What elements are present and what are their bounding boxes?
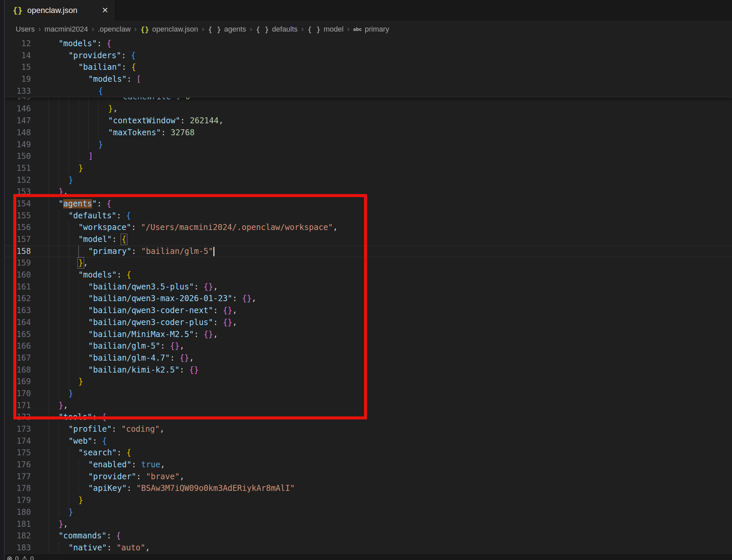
code-line-168[interactable]: 168"bailian/kimi-k2.5": {} <box>5 364 732 376</box>
line-number[interactable]: 179 <box>5 495 31 506</box>
line-number[interactable]: 164 <box>5 317 31 329</box>
code-line-183[interactable]: 183"native": "auto", <box>5 542 732 554</box>
code-line-167[interactable]: 167"bailian/glm-4.7": {}, <box>5 352 732 364</box>
code-line-152[interactable]: 152} <box>5 174 732 186</box>
line-number[interactable]: 158 <box>5 246 31 258</box>
line-number[interactable]: 160 <box>5 269 31 281</box>
code-line-15[interactable]: 15"bailian": { <box>5 61 732 73</box>
code-line-148[interactable]: 148"maxTokens": 32768 <box>5 127 732 139</box>
code-line-164[interactable]: 164"bailian/qwen3-coder-plus": {}, <box>5 317 732 329</box>
code-line-178[interactable]: 178"apiKey": "BSAw3M7iQW09o0km3AdERiykAr… <box>5 483 732 495</box>
code-line-150[interactable]: 150] <box>5 151 732 163</box>
code-line-161[interactable]: 161"bailian/qwen3.5-plus": {}, <box>5 281 732 293</box>
code-line-177[interactable]: 177"provider": "brave", <box>5 471 732 483</box>
code-line-160[interactable]: 160"models": { <box>5 269 732 281</box>
line-number[interactable]: 172 <box>5 411 31 423</box>
code-line-154[interactable]: 154"agents": { <box>5 198 732 210</box>
breadcrumb-item-Users[interactable]: Users <box>16 25 35 34</box>
code-line-162[interactable]: 162"bailian/qwen3-max-2026-01-23": {}, <box>5 293 732 305</box>
code-line-166[interactable]: 166"bailian/glm-5": {}, <box>5 340 732 352</box>
code-editor[interactable]: 12"models": {14"providers": {15"bailian"… <box>5 38 732 560</box>
code-line-19[interactable]: 19"models": [ <box>5 73 732 85</box>
code-line-180[interactable]: 180} <box>5 506 732 518</box>
line-number[interactable]: 15 <box>5 61 31 73</box>
code-line-14[interactable]: 14"providers": { <box>5 50 732 62</box>
line-number[interactable]: 171 <box>5 400 31 412</box>
code-line-169[interactable]: 169} <box>5 376 732 388</box>
line-number[interactable]: 180 <box>5 506 31 518</box>
breadcrumb-item-openclaw.json[interactable]: {}openclaw.json <box>140 25 198 34</box>
code-line-174[interactable]: 174"web": { <box>5 435 732 447</box>
line-number[interactable]: 14 <box>5 50 31 62</box>
warnings-count[interactable]: 0 <box>30 555 34 560</box>
line-number[interactable]: 149 <box>5 139 31 151</box>
line-number[interactable]: 181 <box>5 518 31 530</box>
line-number[interactable]: 173 <box>5 423 31 435</box>
breadcrumb-item-model[interactable]: { }model <box>307 25 344 34</box>
line-number[interactable]: 133 <box>5 85 31 97</box>
line-number[interactable]: 154 <box>5 198 31 210</box>
line-number[interactable]: 175 <box>5 447 31 459</box>
code-line-179[interactable]: 179} <box>5 495 732 506</box>
code-line-182[interactable]: 182"commands": { <box>5 530 732 542</box>
code-line-157[interactable]: 157"model": { <box>5 234 732 246</box>
code-line-173[interactable]: 173"profile": "coding", <box>5 423 732 435</box>
code-line-156[interactable]: 156"workspace": "/Users/macmini2024/.ope… <box>5 222 732 234</box>
code-line-165[interactable]: 165"bailian/MiniMax-M2.5": {}, <box>5 329 732 341</box>
tab-close-icon[interactable]: ✕ <box>102 6 108 14</box>
line-number[interactable]: 165 <box>5 329 31 341</box>
warnings-icon[interactable]: ⚠ <box>21 555 28 560</box>
line-number[interactable]: 152 <box>5 174 31 186</box>
line-number[interactable]: 153 <box>5 186 31 198</box>
line-number[interactable]: 150 <box>5 151 31 163</box>
breadcrumb-item-.openclaw[interactable]: .openclaw <box>98 25 131 34</box>
breadcrumb-item-primary[interactable]: abcprimary <box>353 25 389 34</box>
code-line-155[interactable]: 155"defaults": { <box>5 210 732 222</box>
code-line-145[interactable]: 145"cacheWrite": 0 <box>5 97 732 103</box>
tab-openclaw-json[interactable]: {} openclaw.json ✕ <box>5 0 115 21</box>
line-number[interactable]: 176 <box>5 459 31 471</box>
line-number[interactable]: 151 <box>5 163 31 174</box>
line-number[interactable]: 19 <box>5 73 31 85</box>
code-line-171[interactable]: 171}, <box>5 400 732 412</box>
line-number[interactable]: 147 <box>5 115 31 127</box>
code-line-149[interactable]: 149} <box>5 139 732 151</box>
line-number[interactable]: 161 <box>5 281 31 293</box>
code-line-12[interactable]: 12"models": { <box>5 38 732 50</box>
line-number[interactable]: 177 <box>5 471 31 483</box>
code-line-176[interactable]: 176"enabled": true, <box>5 459 732 471</box>
code-line-147[interactable]: 147"contextWindow": 262144, <box>5 115 732 127</box>
errors-icon[interactable]: ⊗ <box>7 555 13 560</box>
line-number[interactable]: 174 <box>5 435 31 447</box>
line-number[interactable]: 182 <box>5 530 31 542</box>
line-number[interactable]: 156 <box>5 222 31 234</box>
line-number[interactable]: 166 <box>5 340 31 352</box>
line-number[interactable]: 168 <box>5 364 31 376</box>
line-number[interactable]: 163 <box>5 305 31 317</box>
line-number[interactable]: 183 <box>5 542 31 554</box>
line-number[interactable]: 155 <box>5 210 31 222</box>
breadcrumb-item-agents[interactable]: { }agents <box>208 25 246 34</box>
line-number[interactable]: 170 <box>5 388 31 400</box>
breadcrumb-item-macmini2024[interactable]: macmini2024 <box>45 25 88 34</box>
breadcrumb-item-defaults[interactable]: { }defaults <box>256 25 298 34</box>
line-number[interactable]: 178 <box>5 483 31 495</box>
errors-count[interactable]: 0 <box>15 555 19 560</box>
code-line-175[interactable]: 175"search": { <box>5 447 732 459</box>
code-line-172[interactable]: 172"tools": { <box>5 411 732 423</box>
line-number[interactable]: 12 <box>5 38 31 50</box>
line-number[interactable]: 159 <box>5 257 31 269</box>
code-line-158[interactable]: 158"primary": "bailian/glm-5" <box>5 246 732 258</box>
code-line-146[interactable]: 146}, <box>5 103 732 115</box>
line-number[interactable]: 148 <box>5 127 31 139</box>
line-number[interactable]: 167 <box>5 352 31 364</box>
code-line-153[interactable]: 153}, <box>5 186 732 198</box>
code-line-163[interactable]: 163"bailian/qwen3-coder-next": {}, <box>5 305 732 317</box>
line-number[interactable]: 145 <box>5 97 31 103</box>
code-line-133[interactable]: 133{ <box>5 85 732 97</box>
line-number[interactable]: 146 <box>5 103 31 115</box>
code-line-151[interactable]: 151} <box>5 163 732 174</box>
line-number[interactable]: 157 <box>5 234 31 246</box>
line-number[interactable]: 162 <box>5 293 31 305</box>
code-line-159[interactable]: 159}, <box>5 257 732 269</box>
